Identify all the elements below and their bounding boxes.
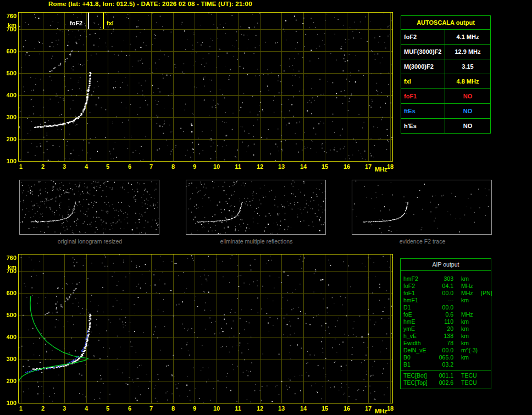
aip-row-value: 110 bbox=[435, 318, 453, 325]
aip-row-label: TEC[Top] bbox=[403, 379, 435, 386]
aip-row-label: DelN_vE bbox=[403, 347, 435, 354]
y-axis-unit-label: km bbox=[2, 22, 16, 29]
y-tick-label: 600 bbox=[2, 290, 16, 296]
x-tick-label: 15 bbox=[319, 405, 331, 412]
aip-row-label: foF1 bbox=[403, 290, 435, 297]
y-tick-label: 200 bbox=[2, 136, 16, 142]
autoscala-table-header: AUTOSCALA output bbox=[401, 16, 490, 30]
y-axis-unit-label: km bbox=[2, 264, 16, 270]
x-tick-label: 11 bbox=[232, 405, 244, 412]
autoscala-row-value: 4.8 MHz bbox=[445, 74, 490, 88]
x-tick-label: 13 bbox=[275, 163, 287, 170]
aip-row-value: 03.2 bbox=[435, 361, 453, 368]
autoscala-row-value: 3.15 bbox=[445, 59, 490, 74]
y-tick-label: 500 bbox=[2, 70, 16, 76]
aip-row: hmF2303km bbox=[401, 275, 491, 283]
aip-row-unit: m^(-3) bbox=[461, 347, 479, 354]
x-axis-unit-label: MHz bbox=[375, 166, 387, 173]
aip-row-label: B0 bbox=[403, 354, 435, 361]
aip-row-value: 138 bbox=[435, 333, 453, 340]
x-tick-label: 2 bbox=[37, 163, 49, 170]
x-tick-label: 9 bbox=[189, 163, 201, 170]
aip-row-unit: km bbox=[461, 318, 479, 325]
station-date-time-title: Rome (lat: +41.8, lon: 012.5) - DATE: 20… bbox=[48, 1, 252, 7]
aip-row-label: foF2 bbox=[403, 283, 435, 290]
aip-row: B103.2 bbox=[401, 361, 491, 368]
x-tick-label: 1 bbox=[15, 405, 27, 412]
aip-row-value: 00.0 bbox=[435, 304, 453, 311]
autoscala-row: h'EsNO bbox=[401, 119, 490, 133]
aip-row: Ewidth78km bbox=[401, 340, 491, 347]
fof2-marker-label: foF2 bbox=[70, 20, 82, 26]
aip-row: foF100.0MHz[PN] bbox=[401, 290, 491, 297]
fxl-marker-label: fxl bbox=[107, 20, 114, 26]
aip-row-value: 00.0 bbox=[435, 347, 453, 354]
autoscala-row-label: foF1 bbox=[401, 89, 445, 103]
autoscala-window: Rome (lat: +41.8, lon: 012.5) - DATE: 20… bbox=[0, 0, 532, 415]
aip-row-unit: km bbox=[461, 297, 479, 304]
aip-row-value: 002.6 bbox=[435, 379, 453, 386]
aip-row: h_vE138km bbox=[401, 333, 491, 340]
aip-row: TEC[Top]002.6TECU bbox=[401, 379, 491, 386]
aip-row-unit: km bbox=[461, 275, 479, 283]
x-tick-label: 6 bbox=[124, 163, 136, 170]
x-tick-label: 5 bbox=[102, 405, 114, 412]
x-tick-label: 17 bbox=[362, 163, 374, 170]
x-tick-label: 12 bbox=[254, 163, 266, 170]
aip-row-value: 20 bbox=[435, 325, 453, 333]
aip-row-label: Ewidth bbox=[403, 340, 435, 347]
y-tick-label: 600 bbox=[2, 48, 16, 54]
aip-table-header: AIP output bbox=[401, 259, 491, 271]
x-tick-label: 2 bbox=[37, 405, 49, 412]
aip-row: B0065.0km bbox=[401, 354, 491, 361]
aip-row-label: hmF1 bbox=[403, 297, 435, 304]
aip-row-unit: MHz bbox=[461, 290, 479, 297]
aip-table-tec-rows: TEC[Bot]001.1TECUTEC[Top]002.6TECU bbox=[401, 372, 491, 386]
autoscala-row: foF1NO bbox=[401, 89, 490, 104]
x-tick-label: 10 bbox=[210, 405, 223, 412]
aip-row-unit: km bbox=[461, 333, 479, 340]
x-tick-label: 5 bbox=[102, 163, 114, 170]
autoscala-row-value: 4.1 MHz bbox=[445, 30, 490, 44]
x-tick-label: 1 bbox=[15, 163, 27, 170]
aip-row-unit bbox=[461, 361, 479, 368]
x-axis-unit-label: MHz bbox=[375, 408, 387, 414]
aip-row: hmE110km bbox=[401, 318, 491, 325]
y-tick-label: 760 bbox=[2, 13, 16, 19]
x-tick-label: 16 bbox=[341, 163, 353, 170]
x-tick-label: 7 bbox=[145, 405, 157, 412]
autoscala-row-value: 12.9 MHz bbox=[445, 45, 490, 59]
x-tick-label: 14 bbox=[297, 163, 309, 170]
aip-table-rows: hmF2303kmfoF204.1MHzfoF100.0MHz[PN]hmF1-… bbox=[401, 275, 491, 368]
main-ionogram-plot: 760700600500400300200100km12345678910111… bbox=[18, 12, 393, 162]
y-tick-label: 500 bbox=[2, 312, 16, 318]
aip-row: foE0.6MHz bbox=[401, 311, 491, 318]
x-tick-label: 12 bbox=[254, 405, 266, 412]
thumbnail-evidence-f2-caption: evidence F2 trace bbox=[352, 238, 493, 245]
thumbnail-eliminate-multiples bbox=[186, 180, 326, 235]
aip-row: hmF1---km bbox=[401, 297, 491, 304]
x-tick-label: 8 bbox=[167, 163, 179, 170]
profile-ionogram-canvas bbox=[19, 254, 392, 403]
thumbnail-eliminate-multiples-canvas bbox=[186, 180, 325, 234]
aip-row-unit: km bbox=[461, 340, 479, 347]
aip-row-label: TEC[Bot] bbox=[403, 372, 435, 379]
aip-row-value: 0.6 bbox=[435, 311, 453, 318]
autoscala-row: foF24.1 MHz bbox=[401, 30, 490, 45]
aip-row-label: D1 bbox=[403, 304, 435, 311]
y-tick-label: 400 bbox=[2, 334, 16, 340]
aip-row-value: 04.1 bbox=[435, 283, 453, 290]
autoscala-table-rows: foF24.1 MHzMUF(3000)F212.9 MHzM(3000)F23… bbox=[401, 30, 490, 133]
aip-row-label: ymE bbox=[403, 325, 435, 333]
thumbnail-evidence-f2 bbox=[352, 180, 492, 235]
autoscala-row: ftEsNO bbox=[401, 104, 490, 119]
y-tick-label: 100 bbox=[2, 400, 16, 406]
autoscala-row: MUF(3000)F212.9 MHz bbox=[401, 45, 490, 59]
aip-row: D100.0 bbox=[401, 304, 491, 311]
aip-row-value: 001.1 bbox=[435, 372, 453, 379]
aip-row-value: 303 bbox=[435, 275, 453, 283]
aip-row-unit: km bbox=[461, 325, 479, 333]
aip-row-value: 78 bbox=[435, 340, 453, 347]
aip-row-unit: TECU bbox=[461, 379, 479, 386]
aip-row-unit: MHz bbox=[461, 283, 479, 290]
